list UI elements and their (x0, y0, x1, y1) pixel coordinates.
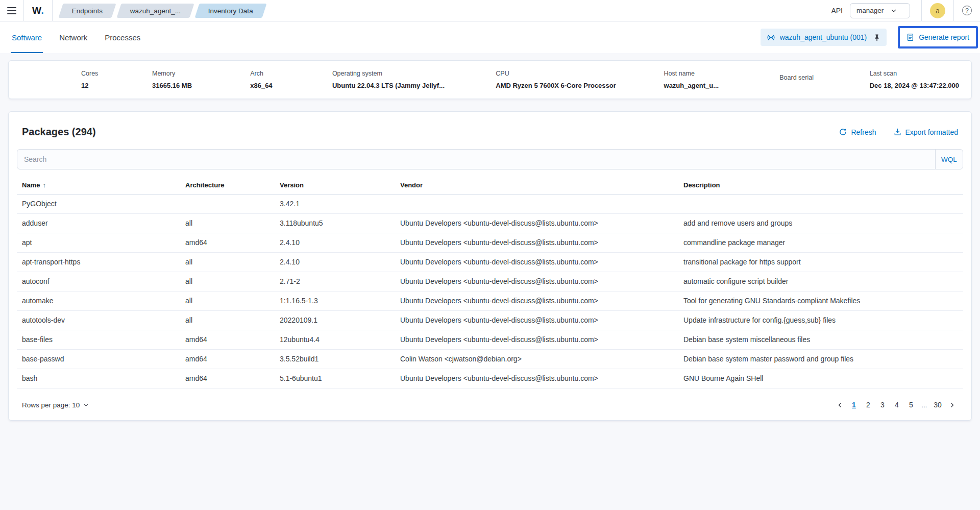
export-formatted-label: Export formatted (905, 128, 959, 136)
wql-button[interactable]: WQL (935, 150, 963, 169)
page-button-5[interactable]: 5 (905, 399, 917, 411)
download-icon (894, 128, 901, 136)
cell-vendor: Ubuntu Developers <ubuntu-devel-discuss@… (395, 272, 678, 291)
divider (52, 0, 53, 21)
cell-architecture (180, 195, 275, 213)
table-row[interactable]: apt amd64 2.4.10 Ubuntu Developers <ubun… (17, 233, 963, 253)
cell-vendor: Ubuntu Developers <ubuntu-devel-discuss@… (395, 253, 678, 272)
agent-selector-button[interactable]: wazuh_agent_ubuntu (001) (761, 29, 887, 46)
column-header-version[interactable]: Version (275, 177, 395, 194)
cell-description: Update infrastructure for config.{guess,… (678, 311, 963, 330)
info-field-memory: Memory 31665.16 MB (152, 70, 250, 89)
help-icon[interactable]: ? (962, 6, 972, 15)
table-row[interactable]: autoconf all 2.71-2 Ubuntu Developers <u… (17, 272, 963, 292)
logo-dot: . (41, 5, 44, 16)
page-button-4[interactable]: 4 (891, 399, 903, 411)
page-button-2[interactable]: 2 (862, 399, 874, 411)
pin-icon[interactable] (873, 34, 880, 41)
cell-architecture: all (180, 272, 275, 291)
cell-architecture: amd64 (180, 233, 275, 252)
search-bar: WQL (17, 149, 963, 169)
logo-text: W (32, 5, 41, 16)
info-field-arch: Arch x86_64 (250, 70, 332, 89)
cell-architecture: all (180, 292, 275, 310)
packages-title: Packages (294) (22, 126, 96, 138)
cell-name: PyGObject (17, 195, 180, 213)
chevron-down-icon (891, 8, 897, 14)
cell-version: 2.71-2 (275, 272, 395, 291)
highlight-box: Generate report (898, 26, 978, 48)
app-logo[interactable]: W. (24, 5, 52, 16)
cell-description: transitional package for https support (678, 253, 963, 272)
sort-ascending-icon: ↑ (42, 181, 46, 189)
info-field-cpu: CPU AMD Ryzen 5 7600X 6-Core Processor (496, 70, 664, 89)
cell-description: add and remove users and groups (678, 214, 963, 233)
table-row[interactable]: base-passwd amd64 3.5.52build1 Colin Wat… (17, 350, 963, 369)
cell-version: 3.5.52build1 (275, 350, 395, 369)
info-field-board-serial: Board serial (779, 74, 869, 86)
tab-processes[interactable]: Processes (104, 21, 141, 53)
top-header-bar: W. Endpoints wazuh_agent_... Inventory D… (0, 0, 980, 21)
generate-report-label: Generate report (919, 33, 969, 41)
broadcast-icon (767, 33, 775, 42)
page-button-3[interactable]: 3 (876, 399, 889, 411)
table-row[interactable]: PyGObject 3.42.1 (17, 195, 963, 214)
cell-vendor: Ubuntu Developers <ubuntu-devel-discuss@… (395, 233, 678, 252)
export-formatted-button[interactable]: Export formatted (894, 128, 959, 136)
page-button-1[interactable]: 1 (848, 399, 860, 411)
refresh-button[interactable]: Refresh (839, 128, 876, 136)
next-page-icon[interactable] (946, 399, 958, 411)
generate-report-button[interactable]: Generate report (906, 33, 969, 41)
column-header-architecture[interactable]: Architecture (180, 177, 275, 194)
cell-description: Debian base system miscellaneous files (678, 330, 963, 349)
cell-version: 20220109.1 (275, 311, 395, 330)
previous-page-icon[interactable] (834, 399, 846, 411)
table-row[interactable]: apt-transport-https all 2.4.10 Ubuntu De… (17, 253, 963, 272)
column-header-name[interactable]: Name ↑ (17, 177, 180, 194)
tab-network[interactable]: Network (58, 21, 88, 53)
table-row[interactable]: autotools-dev all 20220109.1 Ubuntu Deve… (17, 311, 963, 330)
breadcrumb-endpoints[interactable]: Endpoints (59, 4, 116, 18)
avatar[interactable]: a (930, 3, 945, 18)
column-header-description[interactable]: Description (678, 177, 963, 194)
cell-description: commandline package manager (678, 233, 963, 252)
cell-version: 2.4.10 (275, 253, 395, 272)
cell-description: GNU Bourne Again SHell (678, 369, 963, 388)
cell-architecture: amd64 (180, 369, 275, 388)
cell-name: base-passwd (17, 350, 180, 369)
info-field-host-name: Host name wazuh_agent_u... (664, 70, 780, 89)
cell-architecture: all (180, 253, 275, 272)
cell-architecture: all (180, 311, 275, 330)
info-field-last-scan: Last scan Dec 18, 2024 @ 13:47:22.000 (870, 70, 959, 89)
breadcrumb-agent[interactable]: wazuh_agent_... (117, 4, 194, 18)
inventory-toolbar: Software Network Processes wazuh_agent_u… (0, 21, 980, 53)
breadcrumb-inventory-data[interactable]: Inventory Data (195, 4, 267, 18)
cell-description (678, 195, 963, 213)
pagination-ellipsis: ... (919, 401, 929, 409)
agent-selector-label: wazuh_agent_ubuntu (001) (780, 33, 867, 41)
rows-per-page-button[interactable]: Rows per page: 10 (22, 401, 89, 409)
cell-vendor: Ubuntu Developers <ubuntu-devel-discuss@… (395, 292, 678, 310)
page-button-30[interactable]: 30 (932, 399, 944, 411)
cell-vendor: Ubuntu Developers <ubuntu-devel-discuss@… (395, 311, 678, 330)
menu-icon[interactable] (0, 0, 23, 21)
cell-name: base-files (17, 330, 180, 349)
cell-name: apt (17, 233, 180, 252)
api-connection-selector[interactable]: manager (850, 3, 910, 18)
tab-software[interactable]: Software (11, 21, 43, 53)
search-input[interactable] (17, 150, 935, 169)
table-row[interactable]: automake all 1:1.16.5-1.3 Ubuntu Develop… (17, 292, 963, 311)
cell-vendor: Ubuntu Developers <ubuntu-devel-discuss@… (395, 330, 678, 349)
agent-info-panel: Cores 12 Memory 31665.16 MB Arch x86_64 … (8, 60, 972, 99)
refresh-icon (839, 128, 847, 136)
table-row[interactable]: bash amd64 5.1-6ubuntu1 Ubuntu Developer… (17, 369, 963, 388)
chevron-down-icon (83, 402, 89, 408)
table-header-row: Name ↑ Architecture Version Vendor Descr… (17, 177, 963, 195)
table-row[interactable]: base-files amd64 12ubuntu4.4 Ubuntu Deve… (17, 330, 963, 350)
column-header-vendor[interactable]: Vendor (395, 177, 678, 194)
cell-vendor: Ubuntu Developers <ubuntu-devel-discuss@… (395, 214, 678, 233)
table-row[interactable]: adduser all 3.118ubuntu5 Ubuntu Develope… (17, 214, 963, 233)
api-label: API (831, 7, 843, 15)
cell-vendor: Colin Watson <cjwatson@debian.org> (395, 350, 678, 369)
cell-architecture: amd64 (180, 350, 275, 369)
